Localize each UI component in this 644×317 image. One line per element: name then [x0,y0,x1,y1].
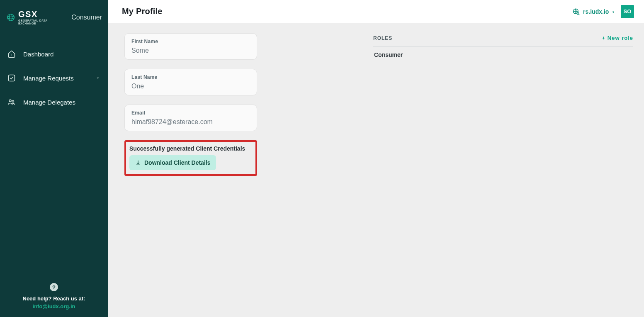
brand-role: Consumer [71,14,102,21]
last-name-label: Last Name [131,74,250,80]
svg-point-5 [9,100,11,102]
profile-form: First Name Some Last Name One Email hima… [124,33,357,176]
main: My Profile rs.iudx.io › SO [108,0,644,317]
email-field[interactable]: Email himaf98724@esterace.com [124,105,257,131]
email-value: himaf98724@esterace.com [131,118,250,126]
brand-row: GSX GEOSPATIAL DATA EXCHANGE Consumer [6,7,102,34]
users-icon [7,98,16,106]
sidebar-item-manage-requests[interactable]: Manage Requests [6,70,102,86]
brand-name: GSX [18,10,65,18]
role-row: Consumer [373,46,633,63]
svg-point-2 [10,14,12,21]
help-icon: ? [50,283,58,291]
first-name-value: Some [131,47,250,54]
first-name-label: First Name [131,39,250,44]
download-client-details-button[interactable]: Download Client Details [129,155,216,170]
help-label: Need help? Reach us at: [8,295,100,302]
sidebar-item-label: Dashboard [23,51,53,58]
roles-panel: ROLES + New role Consumer [373,33,633,63]
chevron-right-icon: › [612,8,614,15]
roles-header: ROLES + New role [373,33,633,46]
sidebar-item-label: Manage Delegates [23,99,75,106]
resource-server-link[interactable]: rs.iudx.io › [572,8,614,15]
chevron-down-icon [95,76,100,80]
resource-server-label: rs.iudx.io [583,8,609,15]
svg-rect-4 [9,75,15,81]
svg-point-3 [11,54,12,55]
new-role-button[interactable]: + New role [602,35,633,41]
app-root: GSX GEOSPATIAL DATA EXCHANGE Consumer Da… [0,0,644,317]
globe-logo-icon [7,13,15,22]
header-right: rs.iudx.io › SO [572,5,634,18]
sidebar: GSX GEOSPATIAL DATA EXCHANGE Consumer Da… [0,0,108,317]
page-title: My Profile [122,7,163,16]
role-name: Consumer [374,51,403,58]
credentials-status: Successfully generated Client Credential… [129,145,252,152]
sidebar-item-label: Manage Requests [23,75,74,82]
sidebar-item-manage-delegates[interactable]: Manage Delegates [6,94,102,110]
svg-point-6 [12,100,14,102]
download-button-label: Download Client Details [144,159,210,166]
content: First Name Some Last Name One Email hima… [108,23,644,317]
last-name-field[interactable]: Last Name One [124,69,257,95]
brand-subtitle: GEOSPATIAL DATA EXCHANGE [18,19,65,25]
avatar[interactable]: SO [621,5,634,18]
credentials-highlight: Successfully generated Client Credential… [124,140,257,176]
first-name-field[interactable]: First Name Some [124,33,257,60]
download-icon [135,160,141,166]
check-square-icon [7,74,16,82]
svg-point-1 [7,16,15,19]
help-email-link[interactable]: info@iudx.org.in [8,303,100,310]
roles-title: ROLES [373,35,392,41]
globe-search-icon [572,8,580,15]
brand: GSX GEOSPATIAL DATA EXCHANGE [7,10,65,25]
email-label: Email [131,110,250,116]
help-box: ? Need help? Reach us at: info@iudx.org.… [6,279,102,310]
svg-point-0 [7,14,15,21]
sidebar-nav: Dashboard Manage Requests [6,46,102,110]
last-name-value: One [131,83,250,90]
header: My Profile rs.iudx.io › SO [108,0,644,23]
sidebar-item-dashboard[interactable]: Dashboard [6,46,102,62]
home-icon [7,50,16,58]
